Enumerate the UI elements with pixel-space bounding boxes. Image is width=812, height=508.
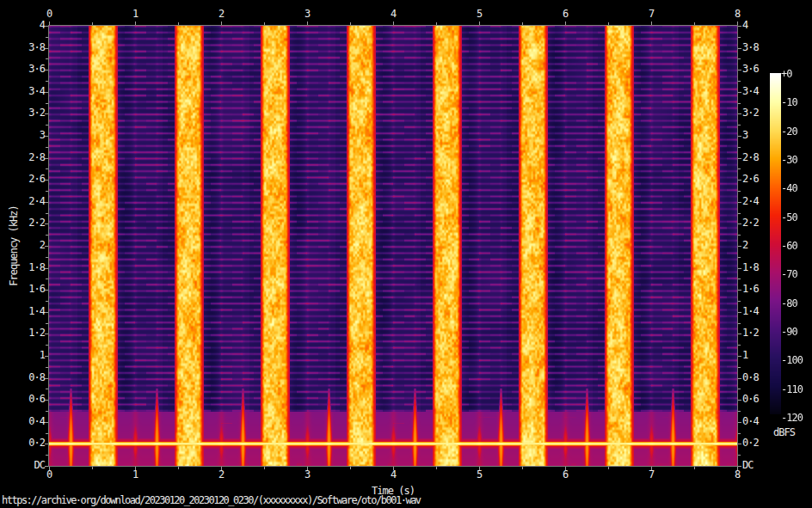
y-tick-label-left: DC xyxy=(7,460,45,471)
y-tick-mark xyxy=(45,113,48,114)
y-minor-tick-mark xyxy=(738,301,741,302)
y-tick-label-left: 0·2 xyxy=(7,438,45,449)
y-tick-mark xyxy=(738,400,741,401)
colorbar-tick-label: -30 xyxy=(781,155,797,166)
spectrogram-canvas xyxy=(49,26,737,466)
y-minor-tick-mark xyxy=(738,433,741,434)
x-minor-tick-mark xyxy=(608,467,609,469)
x-tick-mark xyxy=(479,21,480,25)
y-tick-label-right: 0·2 xyxy=(742,438,759,449)
colorbar-tick-label: -120 xyxy=(781,413,803,424)
x-tick-mark xyxy=(651,467,652,470)
colorbar-tick-label: -100 xyxy=(781,355,803,366)
y-tick-mark xyxy=(45,223,48,224)
y-tick-label-left: 3·4 xyxy=(7,86,45,97)
y-tick-label-left: 0·8 xyxy=(7,372,45,383)
y-tick-label-right: 1·6 xyxy=(742,284,759,295)
y-tick-mark xyxy=(738,92,741,93)
y-tick-mark xyxy=(45,48,48,49)
x-tick-mark xyxy=(565,21,566,25)
colorbar-tick-label: -20 xyxy=(781,126,797,138)
x-tick-mark xyxy=(651,21,652,25)
colorbar-tick-label: -90 xyxy=(781,327,797,338)
x-tick-mark xyxy=(221,467,222,470)
x-tick-label-top: 2 xyxy=(218,9,224,20)
x-tick-label-bottom: 6 xyxy=(563,469,568,480)
y-minor-tick-mark xyxy=(46,103,48,104)
x-minor-tick-mark xyxy=(264,22,265,25)
x-minor-tick-mark xyxy=(350,467,351,469)
y-tick-mark xyxy=(738,356,741,357)
y-tick-label-right: 2 xyxy=(742,240,747,251)
y-tick-label-right: 0·6 xyxy=(742,394,759,405)
y-minor-tick-mark xyxy=(46,235,48,236)
y-tick-label-right: 3 xyxy=(742,130,747,141)
y-minor-tick-mark xyxy=(46,213,48,214)
colorbar-gradient xyxy=(770,73,781,414)
y-minor-tick-mark xyxy=(738,103,741,104)
y-tick-mark xyxy=(738,158,741,159)
y-tick-mark xyxy=(45,92,48,93)
y-minor-tick-mark xyxy=(738,411,741,412)
x-tick-label-top: 6 xyxy=(563,9,568,20)
y-tick-label-right: 4 xyxy=(742,20,747,31)
y-tick-label-right: DC xyxy=(742,460,753,471)
x-tick-mark xyxy=(393,467,394,470)
y-tick-mark xyxy=(45,466,48,467)
y-tick-label-right: 3·6 xyxy=(742,64,759,75)
y-tick-mark xyxy=(738,312,741,313)
x-tick-mark xyxy=(565,467,566,470)
x-tick-label-bottom: 1 xyxy=(132,469,138,480)
y-tick-label-left: 3·8 xyxy=(7,42,45,53)
x-minor-tick-mark xyxy=(436,22,437,25)
y-tick-label-right: 2·8 xyxy=(742,152,759,163)
y-minor-tick-mark xyxy=(46,433,48,434)
y-tick-mark xyxy=(45,290,48,291)
y-minor-tick-mark xyxy=(738,168,741,169)
x-tick-mark xyxy=(307,21,308,25)
colorbar-unit-label: dBFS xyxy=(773,427,795,438)
y-tick-label-left: 2·8 xyxy=(7,152,45,163)
y-minor-tick-mark xyxy=(738,323,741,324)
x-tick-mark xyxy=(737,21,738,25)
y-tick-label-left: 2 xyxy=(7,240,45,251)
y-minor-tick-mark xyxy=(738,125,741,125)
y-tick-label-right: 1·8 xyxy=(742,262,759,273)
y-tick-label-right: 0·8 xyxy=(742,372,759,383)
y-minor-tick-mark xyxy=(46,168,48,169)
y-tick-label-right: 1 xyxy=(742,350,747,361)
y-tick-label-left: 3·6 xyxy=(7,64,45,75)
y-tick-mark xyxy=(45,202,48,203)
x-tick-label-top: 7 xyxy=(649,9,654,20)
x-minor-tick-mark xyxy=(694,22,695,25)
x-minor-tick-mark xyxy=(350,22,351,25)
y-minor-tick-mark xyxy=(738,235,741,236)
x-minor-tick-mark xyxy=(178,22,179,25)
y-tick-mark xyxy=(45,268,48,269)
spectrogram-screenshot: Frequency (kHz) Time (s) dBFS https://ar… xyxy=(0,0,812,508)
y-minor-tick-mark xyxy=(738,213,741,214)
x-tick-mark xyxy=(135,467,136,470)
x-tick-label-top: 3 xyxy=(304,9,310,20)
x-minor-tick-mark xyxy=(178,467,179,469)
y-minor-tick-mark xyxy=(46,367,48,368)
y-tick-mark xyxy=(738,246,741,247)
y-minor-tick-mark xyxy=(738,147,741,148)
y-tick-mark xyxy=(738,444,741,444)
y-minor-tick-mark xyxy=(46,81,48,82)
x-tick-mark xyxy=(393,21,394,25)
y-tick-mark xyxy=(738,70,741,70)
y-tick-label-right: 2·4 xyxy=(742,196,759,207)
y-tick-label-left: 3·2 xyxy=(7,107,45,119)
y-tick-mark xyxy=(738,223,741,224)
x-minor-tick-mark xyxy=(522,467,523,469)
y-minor-tick-mark xyxy=(46,257,48,258)
x-tick-label-bottom: 0 xyxy=(46,469,52,480)
x-tick-mark xyxy=(479,467,480,470)
y-tick-label-right: 2·6 xyxy=(742,174,759,185)
y-minor-tick-mark xyxy=(46,301,48,302)
x-tick-mark xyxy=(221,21,222,25)
y-tick-label-right: 3·2 xyxy=(742,107,759,119)
x-tick-label-bottom: 7 xyxy=(649,469,654,480)
y-minor-tick-mark xyxy=(46,125,48,125)
